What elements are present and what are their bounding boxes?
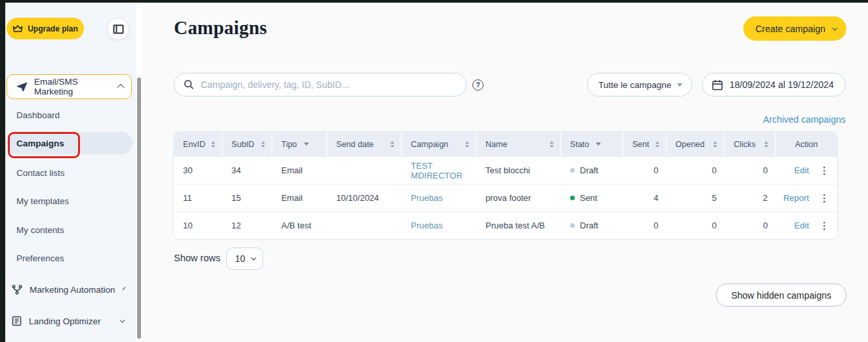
campaign-type-filter[interactable]: Tutte le campagne (587, 73, 692, 96)
sort-icon[interactable] (261, 141, 265, 148)
sidebar-toggle-button[interactable] (107, 18, 129, 40)
cell-clicks: 0 (724, 212, 775, 239)
show-hidden-campaigns-button[interactable]: Show hidden campaigns (716, 284, 846, 307)
search-icon (184, 79, 194, 90)
cell-subid: 15 (222, 184, 272, 211)
sort-icon[interactable] (390, 141, 394, 148)
cell-stato: Draft (561, 212, 623, 239)
campaigns-table: EnvID SubID Tipo Send date Campaign Name (173, 131, 838, 240)
campaign-filter-value: Tutte le campagne (598, 80, 671, 90)
kebab-menu-icon[interactable]: ⋮ (819, 221, 829, 230)
cell-name: Prueba test A/B (476, 212, 561, 239)
cell-envid: 11 (174, 184, 222, 211)
search-input[interactable] (201, 79, 457, 90)
cell-tipo: Email (272, 184, 327, 211)
kebab-menu-icon[interactable]: ⋮ (819, 165, 829, 175)
report-link[interactable]: Report (783, 193, 809, 203)
sort-icon[interactable] (655, 141, 659, 148)
paper-plane-icon (16, 82, 28, 92)
column-header-clicks[interactable]: Clicks (724, 132, 775, 156)
column-header-envid[interactable]: EnvID (174, 132, 222, 156)
sidebar-item-marketing-automation[interactable]: Marketing Automation (8, 278, 131, 301)
filter-icon[interactable] (596, 142, 601, 146)
cell-action: Edit ⋮ (775, 212, 837, 239)
table-row: 30 34 Email TEST MDIRECTOR Test blocchi … (174, 156, 837, 184)
date-range-picker[interactable]: 18/09/2024 al 19/12/2024 (702, 73, 846, 96)
sidebar-item-campaigns[interactable]: Campaigns (7, 132, 133, 154)
edit-link[interactable]: Edit (795, 165, 809, 175)
column-header-tipo[interactable]: Tipo (272, 132, 327, 156)
sidebar-item-label: Contact lists (16, 168, 65, 178)
sidebar-item-label: My contents (16, 225, 64, 235)
sidebar-item-my-contents[interactable]: My contents (7, 219, 133, 241)
sidebar-item-label: Preferences (16, 253, 64, 263)
sort-icon[interactable] (550, 141, 554, 148)
cell-send-date (327, 212, 402, 239)
cell-opened: 5 (666, 184, 724, 211)
cell-action: Report ⋮ (775, 184, 837, 211)
column-header-campaign[interactable]: Campaign (402, 132, 476, 156)
dropdown-arrow-icon (677, 83, 682, 87)
sidebar-item-contact-lists[interactable]: Contact lists (7, 161, 133, 184)
column-header-name[interactable]: Name (476, 132, 561, 156)
help-icon[interactable]: ? (472, 79, 484, 91)
cell-clicks: 2 (724, 184, 775, 211)
cell-opened: 0 (667, 212, 725, 239)
table-row: 10 12 A/B test Pruebas Prueba test A/B D… (174, 211, 837, 239)
cell-envid: 10 (174, 212, 222, 239)
rows-per-page-select[interactable]: 10 (226, 247, 263, 270)
create-campaign-label: Create campaign (755, 24, 825, 34)
sidebar-item-label: Campaigns (16, 139, 64, 148)
rows-per-page-value: 10 (235, 253, 245, 264)
column-header-subid[interactable]: SubID (222, 132, 272, 156)
campaign-link[interactable]: Pruebas (411, 221, 442, 230)
archived-campaigns-link[interactable]: Archived campaigns (763, 114, 846, 125)
sidebar-item-dashboard[interactable]: Dashboard (7, 104, 133, 126)
sidebar-item-label: Landing Optimizer (29, 316, 101, 326)
cell-subid: 12 (222, 212, 272, 239)
cell-sent: 4 (623, 184, 667, 211)
chevron-down-icon (832, 25, 837, 30)
page-title: Campaigns (174, 17, 267, 39)
sort-icon[interactable] (465, 141, 469, 148)
sidebar-scrollbar-thumb[interactable] (137, 77, 141, 339)
sort-icon[interactable] (764, 141, 768, 148)
search-box[interactable] (174, 73, 466, 96)
upgrade-plan-label: Upgrade plan (28, 24, 78, 33)
kebab-menu-icon[interactable]: ⋮ (819, 193, 829, 203)
status-dot (570, 168, 575, 173)
sidebar-item-label: Marketing Automation (30, 285, 115, 295)
status-dot (570, 196, 575, 200)
column-header-stato[interactable]: Stato (561, 132, 623, 156)
column-header-opened[interactable]: Opened (667, 132, 725, 156)
cell-name: Test blocchi (476, 157, 561, 184)
column-header-sent[interactable]: Sent (623, 132, 667, 156)
sidebar-item-label: My templates (16, 196, 69, 206)
campaign-link[interactable]: TEST MDIRECTOR (411, 161, 476, 181)
cell-action: Edit ⋮ (775, 157, 837, 184)
sort-icon[interactable] (713, 141, 717, 148)
edit-link[interactable]: Edit (795, 221, 809, 230)
sidebar-item-landing-optimizer[interactable]: Landing Optimizer (8, 310, 131, 332)
cell-subid: 34 (222, 157, 272, 184)
sidebar: Upgrade plan Email/SMS Marketing Dashboa… (5, 3, 136, 342)
cell-envid: 30 (174, 157, 222, 184)
chevron-down-icon (119, 317, 125, 322)
sidebar-item-preferences[interactable]: Preferences (7, 247, 133, 269)
crown-icon (12, 24, 23, 33)
campaign-link[interactable]: Pruebas (411, 193, 442, 203)
sidebar-section-email-sms-marketing[interactable]: Email/SMS Marketing (7, 74, 132, 99)
create-campaign-button[interactable]: Create campaign (743, 16, 846, 41)
sidebar-item-my-templates[interactable]: My templates (7, 190, 133, 212)
status-dot (570, 223, 575, 228)
filter-icon[interactable] (304, 142, 309, 146)
window-edge-top (0, 0, 868, 3)
table-header-row: EnvID SubID Tipo Send date Campaign Name (174, 132, 837, 156)
cell-name: prova footer (476, 184, 561, 211)
upgrade-plan-button[interactable]: Upgrade plan (7, 18, 84, 39)
sort-icon[interactable] (211, 141, 215, 148)
cell-sent: 0 (623, 157, 667, 184)
column-header-send-date[interactable]: Send date (327, 132, 402, 156)
document-icon (12, 316, 22, 326)
column-header-action: Action (775, 132, 837, 156)
